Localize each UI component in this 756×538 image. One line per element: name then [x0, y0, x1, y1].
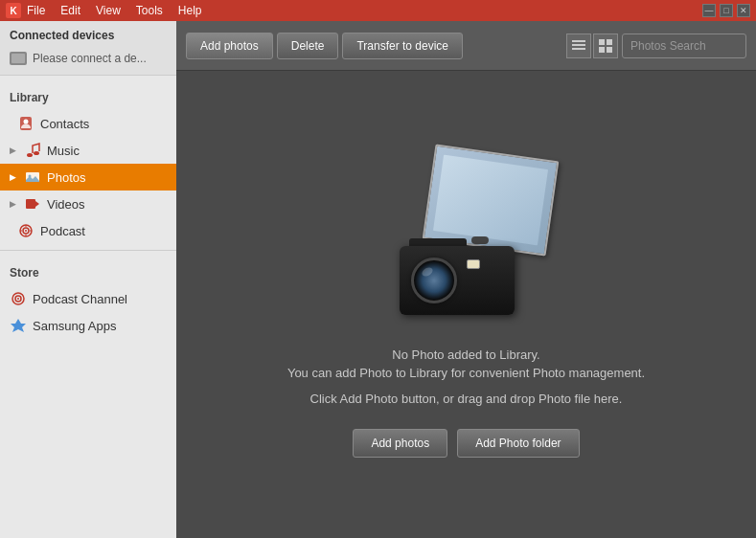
- camera-flash: [467, 259, 480, 269]
- contacts-icon: [17, 115, 34, 132]
- svg-point-1: [24, 120, 29, 124]
- sidebar-item-music[interactable]: ▶ Music: [0, 137, 176, 164]
- podcast-label: Podcast: [40, 224, 85, 238]
- library-section: Library Contacts ▶ Music ▶: [0, 76, 176, 251]
- svg-rect-19: [607, 39, 612, 45]
- sidebar-item-samsung-apps[interactable]: Samsung Apps: [0, 312, 176, 339]
- store-section: Store Podcast Channel Samsung Apps: [0, 251, 176, 345]
- samsung-apps-icon: [10, 317, 27, 334]
- music-label: Music: [47, 144, 80, 158]
- photos-icon: [24, 168, 41, 186]
- store-title: Store: [0, 257, 176, 285]
- podcast-channel-icon: [10, 290, 27, 307]
- menu-file[interactable]: File: [27, 4, 45, 17]
- photos-label: Photos: [47, 170, 85, 185]
- camera-body: [400, 229, 524, 315]
- menu-edit[interactable]: Edit: [60, 4, 80, 17]
- transfer-to-device-button[interactable]: Transfer to device: [342, 33, 463, 59]
- action-buttons: Add photos Add Photo folder: [353, 429, 579, 458]
- title-bar: K File Edit View Tools Help — □ ✕: [0, 0, 756, 21]
- podcast-channel-label: Podcast Channel: [33, 292, 127, 306]
- sidebar-item-videos[interactable]: ▶ Videos: [0, 191, 176, 217]
- empty-line2: You can add Photo to Library for conveni…: [287, 366, 645, 380]
- empty-line1: No Photo added to Library.: [287, 347, 645, 362]
- sidebar-item-contacts[interactable]: Contacts: [0, 110, 176, 137]
- music-icon: [24, 142, 41, 159]
- svg-marker-14: [11, 319, 26, 332]
- videos-label: Videos: [47, 197, 85, 212]
- connected-devices-section: Connected devices Please connect a de...: [0, 21, 176, 76]
- list-view-button[interactable]: [566, 34, 591, 58]
- sidebar-item-podcast-channel[interactable]: Podcast Channel: [0, 285, 176, 312]
- device-label: Please connect a de...: [33, 52, 147, 65]
- library-title: Library: [0, 81, 176, 110]
- main-content: Add photos Delete Transfer to device: [176, 21, 756, 538]
- camera-lens: [411, 258, 457, 303]
- sidebar-item-podcast[interactable]: Podcast: [0, 217, 176, 244]
- camera-shutter-button: [471, 236, 489, 244]
- empty-message: No Photo added to Library. You can add P…: [287, 344, 645, 410]
- device-item: Please connect a de...: [10, 50, 167, 67]
- sidebar-item-photos[interactable]: ▶ Photos: [0, 164, 176, 191]
- videos-icon: [24, 195, 41, 213]
- chevron-icon: ▶: [10, 199, 16, 209]
- svg-rect-15: [572, 40, 585, 42]
- empty-state-area: No Photo added to Library. You can add P…: [176, 71, 756, 538]
- camera-main: [400, 246, 515, 315]
- svg-marker-7: [35, 201, 39, 207]
- chevron-icon: ▶: [10, 172, 16, 182]
- add-photos-action-button[interactable]: Add photos: [353, 429, 447, 458]
- svg-point-3: [34, 151, 39, 155]
- menu-bar: File Edit View Tools Help: [27, 4, 702, 17]
- search-input[interactable]: [622, 34, 746, 58]
- svg-rect-20: [599, 47, 605, 53]
- delete-button[interactable]: Delete: [277, 33, 339, 59]
- svg-rect-6: [26, 199, 35, 209]
- app-icon: K: [6, 3, 21, 18]
- svg-point-13: [17, 298, 19, 300]
- svg-rect-16: [572, 44, 585, 46]
- svg-rect-17: [572, 48, 585, 50]
- menu-view[interactable]: View: [96, 4, 121, 17]
- add-photo-folder-button[interactable]: Add Photo folder: [457, 429, 579, 458]
- app-body: Connected devices Please connect a de...…: [0, 21, 756, 538]
- grid-view-button[interactable]: [593, 34, 618, 58]
- view-toggle: [566, 34, 618, 58]
- menu-tools[interactable]: Tools: [136, 4, 163, 17]
- close-button[interactable]: ✕: [737, 4, 750, 17]
- empty-hint: Click Add Photo button, or drag and drop…: [287, 392, 645, 406]
- svg-rect-18: [599, 39, 605, 45]
- svg-rect-21: [607, 47, 612, 53]
- contacts-label: Contacts: [40, 117, 89, 131]
- podcast-icon: [17, 222, 34, 239]
- chevron-icon: ▶: [10, 146, 16, 155]
- window-controls: — □ ✕: [702, 4, 750, 17]
- photo-illustration: [380, 152, 553, 315]
- svg-point-10: [25, 230, 27, 232]
- sidebar: Connected devices Please connect a de...…: [0, 21, 176, 538]
- toolbar: Add photos Delete Transfer to device: [176, 21, 756, 71]
- menu-help[interactable]: Help: [178, 4, 202, 17]
- maximize-button[interactable]: □: [720, 4, 733, 17]
- samsung-apps-label: Samsung Apps: [33, 319, 116, 333]
- svg-point-2: [27, 153, 33, 157]
- add-photos-button[interactable]: Add photos: [186, 33, 273, 59]
- connected-devices-title: Connected devices: [10, 29, 167, 42]
- minimize-button[interactable]: —: [702, 4, 716, 17]
- device-icon: [10, 52, 27, 65]
